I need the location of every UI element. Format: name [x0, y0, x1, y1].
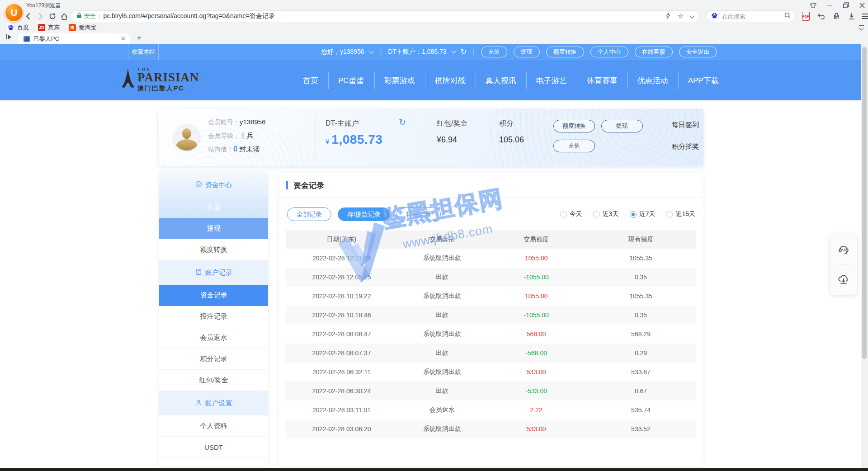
sidebar-item-红包/奖金[interactable]: 红包/奖金	[159, 370, 268, 391]
tab[interactable]: 巴黎人PC ✕	[18, 33, 130, 44]
balance-cell: 533.52	[585, 425, 696, 433]
type-cell: 系统取消出款	[397, 292, 487, 300]
home-icon[interactable]	[59, 11, 70, 22]
undo-icon[interactable]	[816, 11, 826, 22]
nav-item[interactable]: 真人视讯	[476, 60, 526, 101]
wallet-dropdown-icon[interactable]	[451, 49, 456, 53]
radio-circle[interactable]	[630, 211, 637, 218]
sidebar-item-USDT[interactable]: USDT	[159, 437, 268, 458]
topbar-button[interactable]: 安全退出	[679, 47, 717, 57]
wallet-summary[interactable]: DT主账户：1,085.73	[388, 48, 446, 56]
nav-item[interactable]: 电子游艺	[526, 60, 577, 101]
amount-cell: -1055.00	[487, 273, 585, 281]
sidebar-item-会员返水[interactable]: 会员返水	[159, 327, 268, 349]
points-lottery-link[interactable]: 积分摇奖	[672, 142, 699, 151]
unread-mail-count[interactable]: 0	[233, 145, 237, 153]
new-tab-icon[interactable]: +	[137, 33, 142, 43]
skin-icon[interactable]	[807, 1, 819, 9]
topbar-button[interactable]: 充值	[481, 47, 507, 57]
pdf-tool-icon[interactable]: PDF	[800, 11, 811, 22]
bookmark-star-icon[interactable]: ☆	[678, 12, 684, 20]
sidebar-item-资金记录[interactable]: 资金记录	[159, 285, 268, 306]
sidebar-item-投注记录[interactable]: 投注记录	[159, 306, 268, 327]
collapse-bookmarks-icon[interactable]	[858, 25, 864, 30]
minimize-icon[interactable]	[824, 1, 835, 9]
close-icon[interactable]	[856, 1, 868, 9]
customer-service-icon[interactable]	[830, 234, 857, 264]
forward-icon[interactable]	[35, 11, 46, 22]
address-dropdown-icon[interactable]	[689, 13, 694, 18]
date-radio[interactable]: 近7天	[630, 210, 656, 218]
record-tab[interactable]: 转账记录	[396, 207, 441, 221]
lock-icon	[76, 12, 82, 20]
sidebar-section-账户设置[interactable]: 账户设置	[159, 391, 268, 415]
search-icon[interactable]	[784, 12, 791, 20]
scrollbar-thumb[interactable]	[862, 47, 867, 359]
favorite-site-link[interactable]: 收藏本站	[128, 44, 159, 60]
sidebar-item-额度转换[interactable]: 额度转换	[159, 239, 268, 260]
type-cell: 出款	[397, 349, 487, 357]
nav-item[interactable]: 优惠活动	[627, 60, 678, 101]
topbar-button[interactable]: 提现	[514, 47, 540, 57]
date-radio[interactable]: 近3天	[593, 210, 619, 218]
sidebar-section-账户记录[interactable]: 账户记录	[159, 260, 268, 285]
sidebar-item-提现[interactable]: 提现	[159, 218, 268, 239]
topbar-button[interactable]: 在线客服	[635, 47, 673, 57]
download-icon[interactable]	[846, 11, 857, 22]
address-bar[interactable]: 安全 | pc.blryl6.com/#/personal/accountLog…	[71, 10, 700, 22]
bookmark-item[interactable]: JD京东	[38, 24, 60, 32]
sidebar: ¥资金中心充值提现额度转换账户记录资金记录投注记录会员返水积分记录红包/奖金账户…	[159, 173, 268, 466]
sidebar-section-资金中心[interactable]: ¥资金中心	[159, 173, 268, 197]
tab-close-icon[interactable]: ✕	[121, 35, 126, 42]
radio-circle[interactable]	[666, 211, 673, 218]
record-tab[interactable]: 存/提款记录	[338, 207, 390, 221]
amount-cell: -1055.00	[487, 311, 585, 319]
deposit-button[interactable]: 充值	[553, 140, 595, 152]
search-input[interactable]	[721, 13, 781, 20]
date-radio[interactable]: 今天	[560, 210, 582, 218]
user-dropdown-icon[interactable]	[369, 49, 373, 53]
menu-icon[interactable]	[860, 11, 868, 22]
type-cell: 出款	[397, 311, 487, 319]
sidebar-item-个人资料[interactable]: 个人资料	[159, 415, 268, 437]
nav-item[interactable]: APP下载	[678, 60, 729, 101]
avatar[interactable]	[174, 124, 200, 151]
back-icon[interactable]	[23, 11, 33, 22]
main-navbar: THE PARISIAN 澳门巴黎人PC 首页PC蛋蛋彩票游戏棋牌对战真人视讯电…	[0, 60, 868, 100]
reload-icon[interactable]	[47, 11, 58, 22]
type-cell: 出款	[397, 387, 487, 395]
quick-search-box[interactable]	[706, 10, 796, 22]
app-download-icon[interactable]	[830, 264, 857, 294]
site-logo[interactable]: THE PARISIAN 澳门巴黎人PC	[121, 67, 199, 91]
wallet-refresh-icon[interactable]: ↻	[461, 47, 467, 56]
record-tab[interactable]: 全部记录	[287, 207, 331, 221]
tab-sidebar-toggle-icon[interactable]	[6, 34, 11, 39]
daily-signin-link[interactable]: 每日签到	[672, 121, 699, 129]
radio-circle[interactable]	[593, 211, 600, 218]
bookmark-item[interactable]: 百度	[7, 24, 29, 32]
transfer-quota-button[interactable]: 额度转换	[553, 120, 595, 132]
topbar-button[interactable]: 额度转换	[546, 47, 584, 57]
nav-item[interactable]: 彩票游戏	[374, 60, 425, 101]
nav-item[interactable]: 体育赛事	[577, 60, 627, 101]
dt-refresh-icon[interactable]: ↻	[399, 117, 406, 127]
browser-logo[interactable]: U	[5, 3, 24, 22]
bookmark-item[interactable]: 淘爱淘宝	[69, 24, 96, 32]
withdraw-button[interactable]: 提现	[601, 120, 643, 132]
radio-circle[interactable]	[560, 211, 567, 218]
url-text[interactable]: pc.blryl6.com/#/personal/accountLog?tag=…	[103, 12, 661, 20]
table-row: 2022-02-28 06:30:24出款-533.000.67	[286, 382, 696, 400]
flash-icon[interactable]	[665, 12, 671, 21]
cleaner-brush-icon[interactable]	[831, 11, 842, 22]
nav-item[interactable]: 首页	[293, 60, 328, 101]
greeting[interactable]: 您好，y138956	[321, 48, 364, 56]
sidebar-item-充值[interactable]: 充值	[159, 197, 268, 218]
nav-item[interactable]: 棋牌对战	[425, 60, 476, 101]
sidebar-item-积分记录[interactable]: 积分记录	[159, 349, 268, 370]
topbar-button[interactable]: 个人中心	[590, 47, 628, 57]
date-radio[interactable]: 近15天	[666, 210, 695, 218]
nav-item[interactable]: PC蛋蛋	[328, 60, 374, 101]
baidu-icon	[711, 12, 718, 21]
maximize-icon[interactable]	[840, 1, 852, 9]
table-row: 2022-02-28 08:08:47系统取消出款568.00568.29	[286, 325, 696, 344]
